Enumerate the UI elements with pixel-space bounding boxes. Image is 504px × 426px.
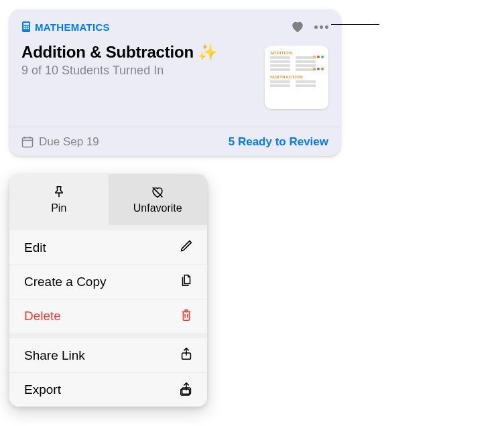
assignment-thumbnail[interactable]: ADDITION SUBTRACTION — [265, 46, 328, 109]
menu-unfavorite-label: Unfavorite — [133, 202, 182, 214]
menu-share[interactable]: Share Link — [9, 338, 207, 372]
svg-rect-2 — [23, 26, 25, 27]
menu-edit-label: Edit — [24, 240, 46, 255]
export-icon — [179, 381, 194, 399]
menu-pin[interactable]: Pin — [9, 174, 109, 225]
trash-icon — [179, 307, 194, 326]
menu-delete-label: Delete — [24, 309, 61, 324]
menu-copy[interactable]: Create a Copy — [9, 265, 207, 299]
menu-export-label: Export — [24, 382, 61, 397]
callout-line — [331, 24, 379, 25]
menu-delete[interactable]: Delete — [9, 299, 207, 333]
due-date: Due Sep 19 — [21, 135, 99, 149]
svg-rect-8 — [23, 137, 33, 147]
svg-rect-6 — [25, 28, 27, 29]
menu-unfavorite[interactable]: Unfavorite — [109, 174, 208, 225]
svg-rect-7 — [27, 28, 29, 29]
copy-icon — [179, 273, 194, 291]
pencil-icon — [179, 238, 194, 257]
subject-icon — [21, 21, 31, 32]
share-icon — [179, 346, 194, 364]
svg-rect-4 — [27, 26, 29, 27]
menu-share-label: Share Link — [24, 348, 85, 363]
menu-export[interactable]: Export — [9, 372, 207, 407]
favorite-icon[interactable] — [290, 19, 305, 34]
svg-rect-3 — [25, 26, 27, 27]
assignment-card[interactable]: MATHEMATICS Addition & Subtraction ✨ 9 o… — [9, 9, 340, 156]
menu-copy-label: Create a Copy — [24, 275, 107, 289]
subject-label: MATHEMATICS — [21, 21, 110, 33]
menu-edit[interactable]: Edit — [9, 230, 207, 265]
context-menu: Pin Unfavorite Edit Create a Copy Delete… — [9, 174, 207, 407]
review-link[interactable]: 5 Ready to Review — [229, 135, 328, 149]
svg-rect-1 — [23, 23, 29, 25]
more-icon[interactable] — [314, 25, 328, 29]
subject-text: MATHEMATICS — [35, 21, 110, 33]
menu-pin-label: Pin — [51, 202, 66, 214]
svg-rect-5 — [23, 28, 25, 29]
due-label: Due Sep 19 — [39, 135, 99, 149]
calendar-icon — [21, 136, 34, 148]
